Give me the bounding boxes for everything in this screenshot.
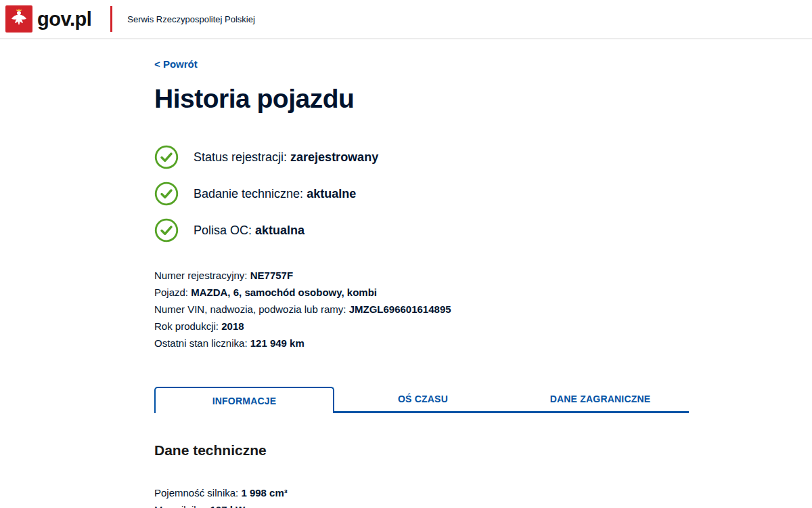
detail-label: Ostatni stan licznika: [154,337,248,349]
tab-os-czasu[interactable]: OŚ CZASU [334,387,512,413]
detail-value: MAZDA, 6, samochód osobowy, kombi [191,287,377,298]
detail-row-vin: Numer VIN, nadwozia, podwozia lub ramy: … [154,301,689,318]
check-circle-icon [154,182,179,206]
check-circle-icon [154,218,179,242]
detail-label: Numer VIN, nadwozia, podwozia lub ramy: [154,303,346,315]
main-content: < Powrót Historia pojazdu Status rejestr… [154,39,689,508]
tech-value: 1 998 cm³ [241,487,287,499]
detail-value: 121 949 km [250,337,304,349]
status-row-inspection: Badanie techniczne: aktualne [154,182,689,206]
tab-bar: INFORMACJE OŚ CZASU DANE ZAGRANICZNE [154,387,689,413]
tech-value: 107 kW [210,504,246,508]
tab-dane-zagraniczne[interactable]: DANE ZAGRANICZNE [512,387,689,413]
tech-row-engine-capacity: Pojemność silnika: 1 998 cm³ [154,484,689,501]
status-label: Polisa OC: [194,224,252,237]
technical-details: Pojemność silnika: 1 998 cm³ Moc silnika… [154,484,689,508]
detail-row-production-year: Rok produkcji: 2018 [154,318,689,335]
govpl-logo[interactable]: gov.pl [5,5,91,33]
status-label: Status rejestracji: [194,150,287,164]
detail-label: Numer rejestracyjny: [154,270,248,281]
detail-row-vehicle: Pojazd: MAZDA, 6, samochód osobowy, komb… [154,284,689,301]
status-value: zarejestrowany [290,150,378,164]
header: gov.pl Serwis Rzeczypospolitej Polskiej [0,0,812,39]
header-divider [110,6,112,32]
status-text: Badanie techniczne: aktualne [194,187,356,201]
page-title: Historia pojazdu [154,84,689,114]
tech-label: Pojemność silnika: [154,487,238,499]
check-circle-icon [154,145,179,169]
status-list: Status rejestracji: zarejestrowany Badan… [154,145,689,242]
detail-label: Pojazd: [154,287,188,298]
back-link[interactable]: < Powrót [154,58,198,70]
brand-text: gov.pl [37,8,91,30]
status-label: Badanie techniczne: [194,187,303,200]
detail-row-registration-number: Numer rejestracyjny: NE7757F [154,267,689,284]
detail-value: JMZGL696601614895 [349,303,451,315]
service-name: Serwis Rzeczypospolitej Polskiej [127,14,255,24]
status-value: aktualna [255,224,304,237]
detail-label: Rok produkcji: [154,320,219,332]
status-value: aktualne [307,187,356,200]
vehicle-details: Numer rejestracyjny: NE7757F Pojazd: MAZ… [154,267,689,352]
detail-row-odometer: Ostatni stan licznika: 121 949 km [154,335,689,352]
status-row-insurance: Polisa OC: aktualna [154,218,689,242]
section-title: Dane techniczne [154,442,689,459]
status-text: Polisa OC: aktualna [194,224,304,238]
status-row-registration: Status rejestracji: zarejestrowany [154,145,689,169]
tech-label: Moc silnika: [154,504,207,508]
poland-emblem-icon [5,5,32,33]
tab-informacje[interactable]: INFORMACJE [154,387,334,413]
detail-value: NE7757F [250,270,293,281]
detail-value: 2018 [221,320,244,332]
tech-row-engine-power: Moc silnika: 107 kW [154,501,689,508]
status-text: Status rejestracji: zarejestrowany [194,150,378,165]
